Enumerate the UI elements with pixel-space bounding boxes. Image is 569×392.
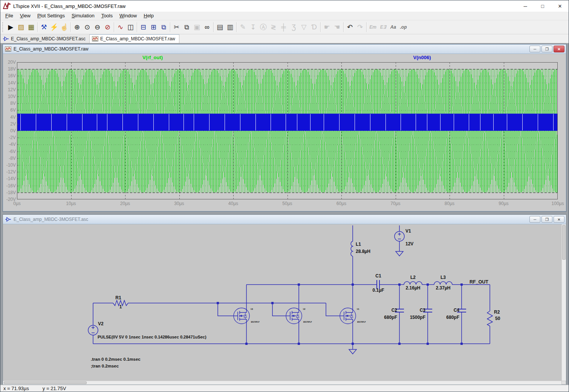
schematic-window: E_Class_amp_MBDC-3MOSFET.asc ─ ❐ ✕ bbox=[3, 214, 566, 385]
paste-icon[interactable]: ▣ bbox=[192, 22, 202, 32]
inductor-l3 bbox=[434, 282, 452, 285]
toolbar-separator bbox=[366, 22, 367, 32]
component-tool-icon[interactable]: Ɗ bbox=[309, 22, 319, 32]
child-close-button[interactable]: ✕ bbox=[554, 216, 564, 223]
y-axis-tick: -16V bbox=[3, 183, 16, 188]
halt-icon[interactable]: ☝ bbox=[59, 22, 69, 32]
inductor-tool-icon[interactable]: Ʒ bbox=[289, 22, 299, 32]
y-axis-tick: -10V bbox=[3, 162, 16, 168]
menu-help[interactable]: Help bbox=[140, 12, 157, 20]
x-axis-tick: 10µs bbox=[61, 201, 82, 206]
ground-symbol bbox=[349, 349, 356, 354]
wires bbox=[93, 225, 490, 349]
menu-bar: FileViewPlot SettingsSimulationToolsWind… bbox=[0, 12, 569, 20]
spice-directive-icon[interactable]: .op bbox=[398, 22, 408, 32]
part-u3: BS170PLP bbox=[251, 321, 260, 323]
text-tool-icon[interactable]: Aa bbox=[388, 22, 398, 32]
label-u2: U2 bbox=[303, 308, 306, 310]
part-u1: BS170PLP bbox=[357, 321, 366, 323]
label-tool-icon[interactable]: Ⓐ bbox=[258, 22, 268, 32]
window-title: LTspice XVII - E_Class_amp_MBDC-3MOSFET.… bbox=[13, 3, 517, 9]
label-u1: U1 bbox=[357, 308, 359, 310]
status-bar: x = 71.93µs y = 21.75V bbox=[0, 385, 569, 392]
scrollbar-thumb[interactable] bbox=[4, 381, 87, 384]
value-l1: 28.8µH bbox=[356, 249, 370, 254]
waveform-window: E_Class_amp_MBDC-3MOSFET.raw ─ ❐ ✕ V(rf_… bbox=[3, 44, 566, 211]
waveform-canvas[interactable] bbox=[17, 62, 558, 199]
value-v2: PULSE(0V 5V 0 1nsec 1nsec 0.14286usec 0.… bbox=[98, 335, 206, 339]
waveform-window-titlebar[interactable]: E_Class_amp_MBDC-3MOSFET.raw ─ ❐ ✕ bbox=[3, 44, 566, 54]
y-axis-tick: -8V bbox=[3, 156, 16, 161]
mdi-area: E_Class_amp_MBDC-3MOSFET.raw ─ ❐ ✕ V(rf_… bbox=[0, 43, 569, 385]
undo-icon[interactable]: ↶ bbox=[345, 22, 355, 32]
x-axis-tick: 30µs bbox=[169, 201, 190, 206]
tile-vertical-icon[interactable]: ⊞ bbox=[148, 22, 159, 32]
redo-icon[interactable]: ↷ bbox=[355, 22, 365, 32]
menu-view[interactable]: View bbox=[17, 12, 34, 20]
copy-icon[interactable]: ⧉ bbox=[182, 22, 192, 32]
print-icon[interactable]: ▤ bbox=[215, 22, 225, 32]
resistor-tool-icon[interactable]: ≷ bbox=[268, 22, 278, 32]
autorange-icon[interactable]: ∿ bbox=[115, 22, 125, 32]
child-minimize-button[interactable]: ─ bbox=[529, 46, 540, 52]
waveform-plot-area[interactable]: V(rf_out) V(n006) 20V18V16V14V12V10V8V6V… bbox=[3, 54, 566, 211]
control-panel-icon[interactable]: ⚒ bbox=[39, 22, 49, 32]
trace-label-rf-out[interactable]: V(rf_out) bbox=[126, 55, 179, 60]
child-restore-button[interactable]: ❐ bbox=[541, 46, 552, 52]
toolbar-separator bbox=[343, 22, 344, 32]
schematic-window-titlebar[interactable]: E_Class_amp_MBDC-3MOSFET.asc ─ ❐ ✕ bbox=[3, 215, 566, 224]
tab-waveform[interactable]: E_Class_amp_MBDC-3MOSFET.raw bbox=[90, 34, 179, 43]
x-axis-tick: 70µs bbox=[385, 201, 406, 206]
run-icon[interactable]: ▶ bbox=[6, 22, 16, 32]
save-icon[interactable]: ▦ bbox=[26, 22, 36, 32]
child-restore-button[interactable]: ❐ bbox=[541, 216, 552, 223]
drag-icon[interactable]: ☚ bbox=[332, 22, 342, 32]
tab-schematic[interactable]: E_Class_amp_MBDC-3MOSFET.asc bbox=[0, 34, 90, 43]
tile-horizontal-icon[interactable]: ⊟ bbox=[138, 22, 148, 32]
mosfet-u3 bbox=[234, 308, 249, 324]
print-preview-icon[interactable]: ▥ bbox=[225, 22, 235, 32]
toolbar-grip[interactable] bbox=[2, 22, 5, 32]
zoom-out-icon[interactable]: ⊖ bbox=[92, 22, 102, 32]
scrollbar-thumb[interactable] bbox=[562, 225, 566, 260]
y-axis-tick: 16V bbox=[3, 73, 16, 78]
menu-file[interactable]: File bbox=[2, 12, 17, 20]
cascade-windows-icon[interactable]: ⧉ bbox=[159, 22, 169, 32]
child-minimize-button[interactable]: ─ bbox=[529, 216, 540, 223]
menu-simulation[interactable]: Simulation bbox=[68, 12, 98, 20]
trace-label-n006[interactable]: V(n006) bbox=[396, 55, 448, 60]
mirror-icon[interactable]: Em bbox=[368, 22, 378, 32]
maximize-button[interactable]: □ bbox=[534, 0, 551, 12]
zoom-full-extents-icon[interactable]: ⊘ bbox=[102, 22, 113, 32]
wire-tool-icon[interactable]: ✎ bbox=[238, 22, 248, 32]
rotate-icon[interactable]: E∃ bbox=[378, 22, 388, 32]
run-simulation-icon[interactable]: ⚡ bbox=[49, 22, 59, 32]
open-icon[interactable]: ▨ bbox=[16, 22, 26, 32]
ground-tool-icon[interactable]: ↧ bbox=[248, 22, 258, 32]
move-icon[interactable]: ☛ bbox=[322, 22, 332, 32]
value-c1: 0.1µF bbox=[373, 288, 384, 293]
menu-tools[interactable]: Tools bbox=[98, 12, 116, 20]
y-axis-tick: -14V bbox=[3, 176, 16, 181]
vertical-scrollbar[interactable] bbox=[561, 224, 566, 381]
schematic-canvas[interactable]: L1 28.8µH V1 12V C1 0.1µF L2 2.16µH L3 2… bbox=[3, 224, 566, 384]
capacitor-tool-icon[interactable]: ╪ bbox=[278, 22, 289, 32]
horizontal-scrollbar[interactable] bbox=[3, 381, 561, 384]
find-icon[interactable]: ∞ bbox=[202, 22, 212, 32]
x-axis-tick: 50µs bbox=[277, 201, 298, 206]
zoom-in-icon[interactable]: ⊕ bbox=[72, 22, 82, 32]
pan-icon[interactable]: ◫ bbox=[125, 22, 136, 32]
junction-dots bbox=[217, 283, 463, 345]
minimize-button[interactable]: ─ bbox=[517, 0, 534, 12]
cut-icon[interactable]: ✂ bbox=[171, 22, 182, 32]
schematic-drawing: L1 28.8µH V1 12V C1 0.1µF L2 2.16µH L3 2… bbox=[3, 224, 561, 381]
diode-tool-icon[interactable]: ▽ bbox=[299, 22, 309, 32]
y-axis-tick: -18V bbox=[3, 190, 16, 195]
close-button[interactable]: ✕ bbox=[551, 0, 569, 12]
value-r2: 50 bbox=[495, 316, 500, 321]
child-close-button[interactable]: ✕ bbox=[554, 46, 564, 52]
menu-window[interactable]: Window bbox=[116, 12, 140, 20]
menu-plot-settings[interactable]: Plot Settings bbox=[34, 12, 68, 20]
zoom-back-icon[interactable]: ⊙ bbox=[82, 22, 92, 32]
y-axis-tick: 12V bbox=[3, 87, 16, 92]
